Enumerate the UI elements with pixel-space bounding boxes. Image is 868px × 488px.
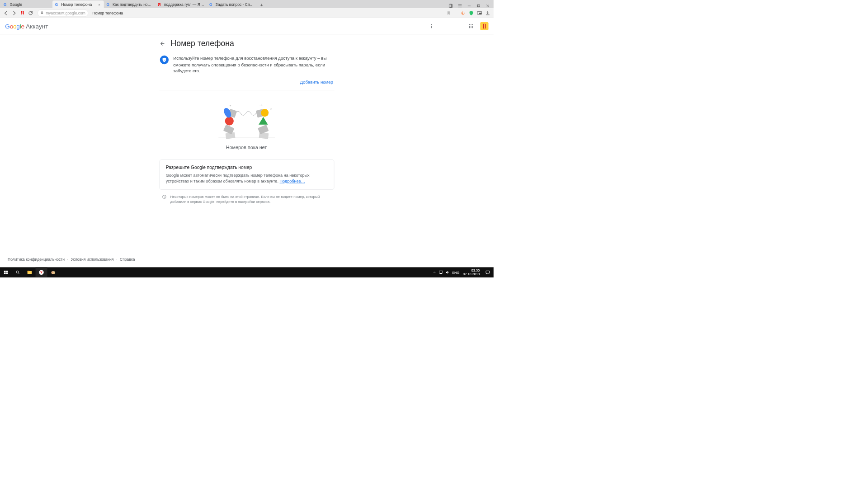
svg-point-27 xyxy=(225,117,234,125)
bookmarks-panel-icon[interactable] xyxy=(448,4,453,8)
verify-box-title: Разрешите Google подтверждать номер xyxy=(166,165,328,170)
address-bar: Я myaccount.google.com Номер телефона xyxy=(0,8,494,18)
tray-volume-icon[interactable] xyxy=(445,270,449,274)
tray-lang[interactable]: ENG xyxy=(452,271,459,275)
svg-rect-4 xyxy=(458,7,462,7)
tab-phone-number[interactable]: G Номер телефона × xyxy=(52,0,104,8)
apps-grid-icon[interactable] xyxy=(468,23,474,29)
svg-rect-60 xyxy=(486,271,490,273)
taskbar-search-icon[interactable] xyxy=(12,267,24,277)
action-center-icon[interactable] xyxy=(482,267,494,277)
svg-rect-1 xyxy=(450,4,453,8)
google-header: Google Аккаунт xyxy=(0,18,494,34)
info-text: Используйте номер телефона для восстанов… xyxy=(173,56,334,75)
svg-rect-44 xyxy=(4,271,6,272)
svg-point-34 xyxy=(261,109,269,117)
svg-point-19 xyxy=(469,27,470,28)
tab-google[interactable]: G Google xyxy=(1,0,52,8)
extension-shield-icon[interactable] xyxy=(468,10,474,16)
url-host: myaccount.google.com xyxy=(46,11,85,15)
yandex-home-icon[interactable]: Я xyxy=(19,10,25,16)
svg-rect-2 xyxy=(458,5,462,5)
privacy-link[interactable]: Политика конфиденциальности xyxy=(8,257,65,262)
note-row: Некоторых номеров может не быть на этой … xyxy=(160,190,335,209)
account-label: Аккаунт xyxy=(26,23,48,30)
info-row: Используйте номер телефона для восстанов… xyxy=(160,54,335,78)
tab-label: Задать вопрос - Справка - xyxy=(216,2,256,7)
nav-back-icon[interactable] xyxy=(3,10,9,16)
page-title: Номер телефона xyxy=(171,39,234,48)
window-close-icon[interactable] xyxy=(486,4,490,8)
svg-point-21 xyxy=(472,27,473,28)
svg-point-56 xyxy=(53,272,53,272)
svg-point-10 xyxy=(431,24,432,25)
tab-label: Google xyxy=(10,2,50,7)
taskbar-paint-icon[interactable] xyxy=(47,267,59,277)
verify-box: Разрешите Google подтверждать номер Goog… xyxy=(160,160,335,190)
tab-close-icon[interactable]: × xyxy=(98,2,101,6)
google-favicon-icon: G xyxy=(209,2,213,6)
security-shield-icon xyxy=(160,56,169,64)
window-minimize-icon[interactable] xyxy=(467,4,472,8)
window-maximize-icon[interactable] xyxy=(476,4,481,8)
svg-point-15 xyxy=(472,24,473,25)
taskbar-clock[interactable]: 03:50 07.10.2019 xyxy=(461,268,482,276)
tray-battery-icon[interactable] xyxy=(439,270,443,274)
browser-tabs-bar: G Google G Номер телефона × G Как подтве… xyxy=(0,0,494,8)
yandex-favicon-icon: Я xyxy=(158,2,162,6)
bookmark-star-icon[interactable] xyxy=(446,10,452,16)
start-button[interactable] xyxy=(0,267,12,277)
tray-chevron-up-icon[interactable] xyxy=(433,271,436,274)
svg-point-16 xyxy=(469,26,470,27)
empty-illustration xyxy=(160,90,335,143)
downloads-icon[interactable] xyxy=(485,10,491,16)
svg-marker-32 xyxy=(259,117,268,125)
svg-rect-59 xyxy=(440,273,442,274)
svg-text:Y: Y xyxy=(40,270,42,274)
svg-point-20 xyxy=(471,27,472,28)
svg-point-14 xyxy=(471,24,472,25)
extension-pip-icon[interactable] xyxy=(476,10,482,16)
svg-rect-47 xyxy=(6,272,8,274)
svg-rect-3 xyxy=(458,6,462,6)
extension-fire-icon[interactable] xyxy=(460,10,466,16)
terms-link[interactable]: Условия использования xyxy=(71,257,114,262)
help-link[interactable]: Справка xyxy=(120,257,135,262)
footer-links: Политика конфиденциальности · Условия ис… xyxy=(0,255,494,264)
svg-rect-9 xyxy=(480,13,481,14)
tab-confirm-number[interactable]: G Как подтвердить номер те xyxy=(104,0,156,8)
taskbar-explorer-icon[interactable] xyxy=(24,267,35,277)
taskbar-yandex-browser-icon[interactable]: Y xyxy=(35,267,47,277)
svg-line-49 xyxy=(19,273,20,274)
browser-menu-icon[interactable] xyxy=(458,4,462,8)
note-text: Некоторых номеров может не быть на этой … xyxy=(170,194,331,204)
svg-point-40 xyxy=(268,113,269,114)
tab-ask-question[interactable]: G Задать вопрос - Справка - xyxy=(207,0,258,8)
tab-label: поддержка гугл — Яндекс xyxy=(164,2,204,7)
page-back-icon[interactable] xyxy=(160,41,166,47)
svg-rect-58 xyxy=(439,271,443,273)
svg-point-48 xyxy=(16,271,19,273)
system-tray[interactable]: ENG xyxy=(431,270,461,274)
reload-icon[interactable] xyxy=(28,10,33,16)
learn-more-link[interactable]: Подробнее… xyxy=(279,179,305,183)
svg-rect-31 xyxy=(258,125,269,134)
nav-forward-icon[interactable] xyxy=(11,10,17,16)
lock-icon xyxy=(40,11,43,15)
tab-label: Номер телефона xyxy=(61,2,96,7)
new-tab-button[interactable]: + xyxy=(258,2,265,8)
google-favicon-icon: G xyxy=(4,2,8,6)
avatar[interactable] xyxy=(480,22,488,30)
svg-rect-46 xyxy=(4,272,6,274)
omnibox[interactable]: myaccount.google.com xyxy=(38,9,88,17)
add-number-link[interactable]: Добавить номер xyxy=(300,80,333,84)
svg-point-55 xyxy=(52,272,52,272)
google-favicon-icon: G xyxy=(106,2,110,6)
svg-rect-23 xyxy=(484,24,485,28)
google-logo[interactable]: Google xyxy=(5,23,24,30)
svg-point-11 xyxy=(431,26,432,27)
tab-yandex-support[interactable]: Я поддержка гугл — Яндекс xyxy=(155,0,207,8)
tab-label: Как подтвердить номер те xyxy=(113,2,153,7)
more-vert-icon[interactable] xyxy=(428,23,434,29)
svg-point-57 xyxy=(54,272,54,272)
